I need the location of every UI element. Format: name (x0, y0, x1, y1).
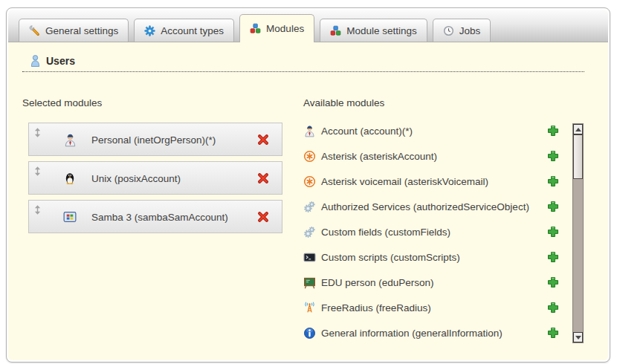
tab-module-settings[interactable]: Module settings (320, 19, 427, 42)
gears-icon (303, 201, 316, 213)
tab-label: General settings (45, 25, 118, 36)
tab-label: Jobs (459, 25, 481, 36)
available-module-row: Custom scripts (customScripts) (303, 244, 559, 270)
tab-jobs[interactable]: Jobs (433, 19, 491, 42)
asterisk-icon (303, 150, 316, 163)
tab-label: Module settings (346, 25, 417, 36)
available-module-row: Account (account)(*) (303, 118, 559, 143)
person-icon (303, 124, 316, 137)
available-module-row: Asterisk (asteriskAccount) (303, 143, 559, 169)
remove-icon[interactable] (257, 172, 269, 184)
tab-bar: General settings (8, 10, 608, 42)
scroll-up-button[interactable] (573, 124, 583, 134)
add-icon[interactable] (543, 201, 559, 212)
wrench-icon (29, 25, 40, 36)
available-module-row: EDU person (eduPerson) (303, 270, 559, 295)
gears-icon (303, 226, 316, 238)
modules-icon (330, 25, 341, 36)
module-label: Personal (inetOrgPerson)(*) (91, 134, 216, 145)
selected-module-row[interactable]: Personal (inetOrgPerson)(*) (28, 123, 282, 156)
add-icon[interactable] (543, 327, 559, 339)
clock-icon (443, 25, 454, 36)
module-label: Custom scripts (customScripts) (321, 252, 460, 263)
tab-account-types[interactable]: Account types (134, 19, 234, 42)
available-modules-scrollbar[interactable] (572, 123, 584, 343)
user-icon (30, 54, 41, 68)
add-icon[interactable] (543, 302, 559, 313)
tab-modules[interactable]: Modules (239, 14, 314, 42)
settings-window-body: General settings (8, 10, 608, 360)
available-module-row: General information (generalInformation) (303, 320, 559, 345)
available-module-row: Asterisk voicemail (asteriskVoicemail) (303, 169, 559, 194)
terminal-icon (303, 251, 316, 264)
add-icon[interactable] (543, 276, 559, 288)
tab-general-settings[interactable]: General settings (19, 19, 129, 42)
available-module-row: FreeRadius (freeRadius) (303, 295, 559, 320)
settings-window: General settings (6, 7, 610, 363)
module-label: Unix (posixAccount) (91, 172, 181, 183)
arrow-down-icon (575, 336, 581, 339)
add-icon[interactable] (543, 125, 559, 137)
arrow-up-icon (575, 128, 581, 131)
remove-icon[interactable] (257, 134, 269, 146)
add-icon[interactable] (543, 150, 559, 162)
section-title: Users (46, 55, 75, 67)
selected-modules-label: Selected modules (22, 97, 102, 108)
asterisk-icon (303, 175, 316, 188)
module-label: FreeRadius (freeRadius) (321, 302, 431, 313)
drag-handle-icon[interactable] (34, 128, 41, 137)
available-module-row: Custom fields (customFields) (303, 219, 559, 244)
add-icon[interactable] (543, 175, 559, 187)
info-icon (303, 327, 316, 339)
windows-icon (63, 210, 77, 224)
person-icon (63, 131, 77, 147)
available-modules-label: Available modules (303, 97, 384, 108)
scroll-down-button[interactable] (573, 332, 583, 342)
chalkboard-icon (303, 276, 316, 289)
antenna-icon (303, 302, 316, 314)
scrollbar-thumb[interactable] (573, 134, 583, 179)
drag-handle-icon[interactable] (34, 166, 41, 176)
module-label: EDU person (eduPerson) (321, 277, 434, 288)
selected-module-row[interactable]: Unix (posixAccount) (28, 161, 282, 195)
module-label: Authorized Services (authorizedServiceOb… (321, 201, 529, 212)
tux-icon (63, 171, 77, 186)
modules-icon (250, 23, 261, 34)
selected-modules-list: Personal (inetOrgPerson)(*) (28, 123, 282, 238)
drag-handle-icon[interactable] (34, 205, 41, 215)
gear-icon (144, 25, 155, 36)
available-modules-list: Account (account)(*) (303, 118, 559, 345)
module-label: Asterisk voicemail (asteriskVoicemail) (321, 176, 488, 187)
module-label: Asterisk (asteriskAccount) (321, 151, 437, 162)
selected-module-row[interactable]: Samba 3 (sambaSamAccount) (28, 200, 282, 233)
module-label: General information (generalInformation) (321, 328, 503, 339)
users-section-heading: Users (22, 54, 584, 72)
add-icon[interactable] (543, 251, 559, 263)
available-module-row: Authorized Services (authorizedServiceOb… (303, 194, 559, 219)
tab-label: Modules (266, 23, 304, 34)
tab-label: Account types (161, 25, 224, 36)
module-label: Account (account)(*) (321, 126, 413, 137)
remove-icon[interactable] (257, 211, 269, 223)
module-label: Samba 3 (sambaSamAccount) (91, 211, 228, 222)
module-label: Custom fields (customFields) (321, 227, 450, 238)
add-icon[interactable] (543, 226, 559, 238)
